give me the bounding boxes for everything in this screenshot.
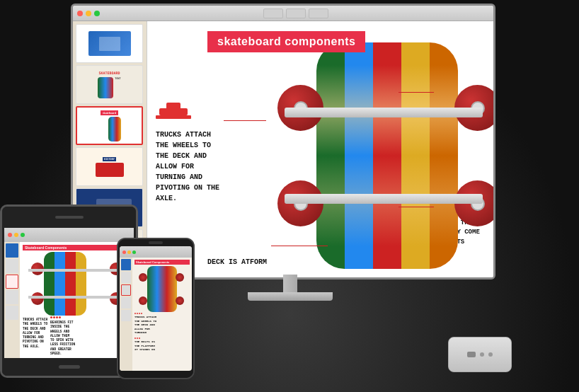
- trucks-text-body: THE WHEELS TO THE DECK AND ALLOW FOR TUR…: [156, 142, 219, 202]
- toolbar-button-2[interactable]: [286, 8, 306, 18]
- truck-icon: [156, 103, 191, 124]
- tablet-dot-b4: [59, 316, 61, 318]
- phone-thumb-5[interactable]: [121, 310, 131, 321]
- annotation-line-deck: [271, 246, 328, 246]
- ph-dot-1: [134, 313, 136, 314]
- phone-slide-panel: [120, 258, 132, 371]
- ph-dot-4: [141, 313, 142, 314]
- tablet-camera-bar: [55, 216, 84, 219]
- tablet-slide-panel: [4, 242, 20, 358]
- tablet-dot-b3: [56, 316, 58, 318]
- phone-skateboard: [134, 266, 190, 312]
- phone-thumb-4[interactable]: [121, 297, 131, 309]
- phone-deck: [147, 266, 177, 312]
- stand-base: [248, 292, 333, 301]
- tablet-thumb-3[interactable]: [6, 275, 18, 289]
- phone-notch-bar: [149, 241, 163, 244]
- phone-dots-screws: [134, 338, 190, 339]
- slide-main-panel: skateboard components: [147, 21, 493, 279]
- phone-bottom-bar: [118, 371, 193, 378]
- tablet-trucks-text: TRUCKS ATTACHTHE WHEELS TOTHE DECK ANDAL…: [23, 318, 47, 349]
- fullscreen-btn[interactable]: [94, 11, 100, 16]
- ph-screw-d2: [137, 338, 138, 339]
- deck-text: DECK IS: [207, 258, 237, 266]
- phone-thumb-1[interactable]: [121, 259, 131, 270]
- truck-top: [285, 108, 483, 117]
- tablet-slide-title: Skateboard Components: [23, 245, 131, 250]
- tablet-thumb-4[interactable]: [6, 290, 18, 304]
- phone-dot-green: [132, 250, 136, 254]
- tablet-thumb-1[interactable]: [6, 243, 18, 258]
- tablet-top-bar: [2, 207, 136, 228]
- tablet-trucks-ann: TRUCKS ATTACHTHE WHEELS TOTHE DECK ANDAL…: [23, 316, 47, 356]
- phone-content: Skateboard Components TRUCKS ATTAC: [120, 258, 192, 371]
- tablet-thumb-5[interactable]: [6, 306, 18, 320]
- phone-slide-title: Skateboard Components: [134, 260, 190, 265]
- phone-thumb-2[interactable]: [121, 272, 131, 283]
- tablet-toolbar: [4, 228, 134, 242]
- phone-dots-row-1: [134, 313, 190, 314]
- deck-text2: ATFORM: [241, 258, 267, 266]
- tablet-screen: Skateboard Components TRUCKS ATTACHTHE W…: [4, 228, 134, 358]
- annotation-line-screws: [399, 207, 434, 207]
- tablet-annotations: TRUCKS ATTACHTHE WHEELS TOTHE DECK ANDAL…: [23, 316, 131, 356]
- minimize-btn[interactable]: [86, 11, 91, 16]
- toolbar-button-1[interactable]: [263, 8, 283, 18]
- deck-wood-grain: [316, 42, 458, 269]
- phone-screws-ann: THE BOLTS ISTHE PLATFORMIT STANDS ON: [134, 338, 190, 352]
- ph-screw-d3: [139, 338, 140, 339]
- mac-port-3: [488, 352, 493, 357]
- annotation-line-bearings: [399, 92, 434, 93]
- slide-thumb-1[interactable]: [76, 24, 143, 63]
- ph-dot-3: [139, 313, 140, 314]
- tablet-dot-b1: [50, 316, 52, 318]
- phone-text-1: TRUCKS ATTACHTHE WHEELS TOTHE DECK ANDAL…: [134, 316, 190, 335]
- phone-text-2: THE BOLTS ISTHE PLATFORMIT STANDS ON: [134, 340, 190, 352]
- tablet-dot-yellow: [14, 233, 18, 237]
- tablet-bearing-dots: [50, 316, 75, 318]
- tablet-truck-2: [28, 296, 125, 299]
- phone-notch: [118, 239, 193, 246]
- tablet-bottom-bar: [2, 358, 136, 376]
- tablet-dot-b2: [53, 316, 55, 318]
- phone-thumb-3[interactable]: [121, 284, 131, 296]
- tablet-content: Skateboard Components TRUCKS ATTACHTHE W…: [4, 242, 134, 358]
- truck-bottom: [285, 194, 483, 204]
- tablet-truck-1: [28, 269, 125, 272]
- phone-wheel-2: [176, 273, 184, 282]
- tablet-thumb-2[interactable]: [6, 259, 18, 273]
- mac-port-1: [467, 352, 476, 357]
- slide-thumb-2[interactable]: SKATEBOARD TEXT: [76, 65, 143, 104]
- phone-toolbar: [120, 246, 192, 258]
- toolbar-button-3[interactable]: [309, 8, 328, 18]
- phone-wheel-1: [139, 273, 147, 282]
- phone-wheel-4: [176, 296, 184, 305]
- ph-dot-2: [137, 313, 138, 314]
- mac-studio: [448, 337, 512, 372]
- close-btn[interactable]: [77, 11, 83, 16]
- tablet-deck: [44, 252, 86, 316]
- stand-neck: [283, 275, 297, 292]
- annotation-line-trucks: [224, 120, 266, 121]
- phone-main-panel: Skateboard Components TRUCKS ATTAC: [132, 258, 192, 371]
- tablet-skateboard: [23, 252, 131, 316]
- slide-title: skateboard components: [207, 31, 365, 52]
- phone-dot-red: [122, 250, 126, 254]
- trucks-text-heading: TRUCKS ATTACH: [156, 131, 211, 139]
- tablet-wheel-3: [31, 292, 44, 305]
- slide-thumb-3[interactable]: skateboard: [76, 106, 143, 145]
- phone: Skateboard Components TRUCKS ATTAC: [117, 238, 195, 379]
- phone-ann-group: TRUCKS ATTACHTHE WHEELS TOTHE DECK ANDAL…: [134, 313, 190, 335]
- trucks-annotation: TRUCKS ATTACH THE WHEELS TO THE DECK AND…: [156, 99, 227, 204]
- ph-screw-d1: [134, 338, 136, 339]
- mac-port-2: [480, 352, 484, 357]
- monitor-toolbar: [73, 6, 493, 21]
- phone-dot-yellow: [127, 250, 131, 254]
- phone-wheel-3: [139, 296, 147, 305]
- slide-thumb-4[interactable]: HISTORY: [76, 147, 143, 186]
- tablet-dot-green: [21, 233, 25, 237]
- tablet-dot-red: [8, 233, 12, 237]
- tablet-bearings-ann: BEARINGS FITINSIDE THEWHEELS ANDALLOW TH…: [50, 316, 75, 356]
- mac-studio-front: [449, 338, 511, 371]
- deck-annotation: DECK IS ATFORM: [207, 258, 267, 267]
